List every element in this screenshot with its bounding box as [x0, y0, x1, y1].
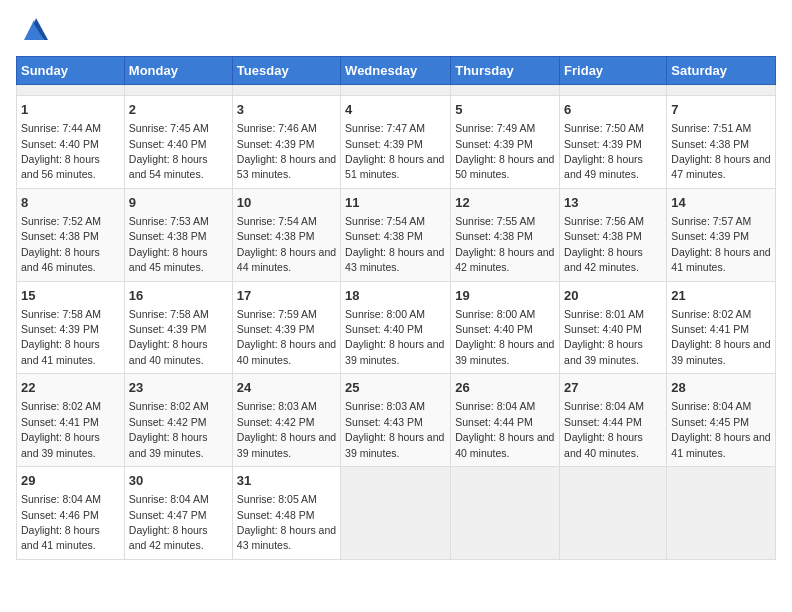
day-info: Sunrise: 8:04 AMSunset: 4:44 PMDaylight:… [455, 400, 554, 458]
calendar-day-cell: 13Sunrise: 7:56 AMSunset: 4:38 PMDayligh… [560, 188, 667, 281]
calendar-day-cell: 16Sunrise: 7:58 AMSunset: 4:39 PMDayligh… [124, 281, 232, 374]
calendar-day-cell: 5Sunrise: 7:49 AMSunset: 4:39 PMDaylight… [451, 96, 560, 189]
day-info: Sunrise: 7:57 AMSunset: 4:39 PMDaylight:… [671, 215, 770, 273]
day-info: Sunrise: 8:04 AMSunset: 4:44 PMDaylight:… [564, 400, 644, 458]
day-info: Sunrise: 7:54 AMSunset: 4:38 PMDaylight:… [345, 215, 444, 273]
calendar-day-cell: 31Sunrise: 8:05 AMSunset: 4:48 PMDayligh… [232, 467, 340, 560]
calendar-day-cell: 4Sunrise: 7:47 AMSunset: 4:39 PMDaylight… [341, 96, 451, 189]
calendar-day-cell: 27Sunrise: 8:04 AMSunset: 4:44 PMDayligh… [560, 374, 667, 467]
calendar-day-cell [232, 85, 340, 96]
day-number: 2 [129, 101, 228, 119]
day-info: Sunrise: 7:59 AMSunset: 4:39 PMDaylight:… [237, 308, 336, 366]
calendar-day-cell: 8Sunrise: 7:52 AMSunset: 4:38 PMDaylight… [17, 188, 125, 281]
day-info: Sunrise: 8:04 AMSunset: 4:47 PMDaylight:… [129, 493, 209, 551]
calendar-day-cell: 21Sunrise: 8:02 AMSunset: 4:41 PMDayligh… [667, 281, 776, 374]
day-number: 17 [237, 287, 336, 305]
day-number: 6 [564, 101, 662, 119]
calendar-day-cell: 20Sunrise: 8:01 AMSunset: 4:40 PMDayligh… [560, 281, 667, 374]
day-number: 21 [671, 287, 771, 305]
day-number: 7 [671, 101, 771, 119]
calendar-day-cell [451, 467, 560, 560]
calendar-day-cell: 18Sunrise: 8:00 AMSunset: 4:40 PMDayligh… [341, 281, 451, 374]
day-info: Sunrise: 8:04 AMSunset: 4:46 PMDaylight:… [21, 493, 101, 551]
day-info: Sunrise: 8:00 AMSunset: 4:40 PMDaylight:… [455, 308, 554, 366]
day-info: Sunrise: 8:05 AMSunset: 4:48 PMDaylight:… [237, 493, 336, 551]
calendar-day-cell: 9Sunrise: 7:53 AMSunset: 4:38 PMDaylight… [124, 188, 232, 281]
calendar-day-cell: 10Sunrise: 7:54 AMSunset: 4:38 PMDayligh… [232, 188, 340, 281]
logo [16, 16, 48, 44]
day-number: 13 [564, 194, 662, 212]
calendar-day-cell [667, 85, 776, 96]
page-header [16, 16, 776, 44]
calendar-day-cell: 26Sunrise: 8:04 AMSunset: 4:44 PMDayligh… [451, 374, 560, 467]
day-info: Sunrise: 8:03 AMSunset: 4:42 PMDaylight:… [237, 400, 336, 458]
day-number: 24 [237, 379, 336, 397]
day-number: 1 [21, 101, 120, 119]
calendar-day-cell [341, 467, 451, 560]
calendar-day-cell [17, 85, 125, 96]
calendar-day-cell: 6Sunrise: 7:50 AMSunset: 4:39 PMDaylight… [560, 96, 667, 189]
calendar-day-cell: 23Sunrise: 8:02 AMSunset: 4:42 PMDayligh… [124, 374, 232, 467]
day-info: Sunrise: 8:04 AMSunset: 4:45 PMDaylight:… [671, 400, 770, 458]
calendar-week-row: 1Sunrise: 7:44 AMSunset: 4:40 PMDaylight… [17, 96, 776, 189]
calendar-day-cell: 24Sunrise: 8:03 AMSunset: 4:42 PMDayligh… [232, 374, 340, 467]
calendar-day-cell: 22Sunrise: 8:02 AMSunset: 4:41 PMDayligh… [17, 374, 125, 467]
calendar-week-row: 22Sunrise: 8:02 AMSunset: 4:41 PMDayligh… [17, 374, 776, 467]
day-info: Sunrise: 7:44 AMSunset: 4:40 PMDaylight:… [21, 122, 101, 180]
day-number: 30 [129, 472, 228, 490]
column-header-saturday: Saturday [667, 57, 776, 85]
column-header-wednesday: Wednesday [341, 57, 451, 85]
calendar-day-cell: 2Sunrise: 7:45 AMSunset: 4:40 PMDaylight… [124, 96, 232, 189]
day-info: Sunrise: 7:50 AMSunset: 4:39 PMDaylight:… [564, 122, 644, 180]
column-header-sunday: Sunday [17, 57, 125, 85]
calendar-day-cell: 1Sunrise: 7:44 AMSunset: 4:40 PMDaylight… [17, 96, 125, 189]
calendar-day-cell: 28Sunrise: 8:04 AMSunset: 4:45 PMDayligh… [667, 374, 776, 467]
calendar-day-cell [451, 85, 560, 96]
column-header-tuesday: Tuesday [232, 57, 340, 85]
day-info: Sunrise: 8:01 AMSunset: 4:40 PMDaylight:… [564, 308, 644, 366]
calendar-day-cell: 25Sunrise: 8:03 AMSunset: 4:43 PMDayligh… [341, 374, 451, 467]
day-number: 12 [455, 194, 555, 212]
day-info: Sunrise: 7:49 AMSunset: 4:39 PMDaylight:… [455, 122, 554, 180]
column-header-thursday: Thursday [451, 57, 560, 85]
calendar-week-row: 15Sunrise: 7:58 AMSunset: 4:39 PMDayligh… [17, 281, 776, 374]
day-info: Sunrise: 7:51 AMSunset: 4:38 PMDaylight:… [671, 122, 770, 180]
calendar-day-cell: 19Sunrise: 8:00 AMSunset: 4:40 PMDayligh… [451, 281, 560, 374]
day-number: 16 [129, 287, 228, 305]
day-info: Sunrise: 7:47 AMSunset: 4:39 PMDaylight:… [345, 122, 444, 180]
day-info: Sunrise: 7:52 AMSunset: 4:38 PMDaylight:… [21, 215, 101, 273]
day-number: 19 [455, 287, 555, 305]
day-number: 22 [21, 379, 120, 397]
day-number: 29 [21, 472, 120, 490]
day-number: 25 [345, 379, 446, 397]
calendar-day-cell: 15Sunrise: 7:58 AMSunset: 4:39 PMDayligh… [17, 281, 125, 374]
day-number: 14 [671, 194, 771, 212]
day-number: 5 [455, 101, 555, 119]
calendar-day-cell [560, 85, 667, 96]
day-number: 31 [237, 472, 336, 490]
calendar-day-cell: 11Sunrise: 7:54 AMSunset: 4:38 PMDayligh… [341, 188, 451, 281]
day-number: 4 [345, 101, 446, 119]
calendar-day-cell [667, 467, 776, 560]
day-info: Sunrise: 7:58 AMSunset: 4:39 PMDaylight:… [129, 308, 209, 366]
calendar-day-cell: 3Sunrise: 7:46 AMSunset: 4:39 PMDaylight… [232, 96, 340, 189]
calendar-table: SundayMondayTuesdayWednesdayThursdayFrid… [16, 56, 776, 560]
calendar-day-cell [341, 85, 451, 96]
day-info: Sunrise: 7:56 AMSunset: 4:38 PMDaylight:… [564, 215, 644, 273]
calendar-week-row: 29Sunrise: 8:04 AMSunset: 4:46 PMDayligh… [17, 467, 776, 560]
day-number: 11 [345, 194, 446, 212]
calendar-header-row: SundayMondayTuesdayWednesdayThursdayFrid… [17, 57, 776, 85]
day-info: Sunrise: 8:02 AMSunset: 4:41 PMDaylight:… [671, 308, 770, 366]
day-info: Sunrise: 8:02 AMSunset: 4:42 PMDaylight:… [129, 400, 209, 458]
day-number: 9 [129, 194, 228, 212]
day-number: 15 [21, 287, 120, 305]
day-info: Sunrise: 8:03 AMSunset: 4:43 PMDaylight:… [345, 400, 444, 458]
day-number: 10 [237, 194, 336, 212]
day-number: 23 [129, 379, 228, 397]
day-number: 8 [21, 194, 120, 212]
day-number: 28 [671, 379, 771, 397]
column-header-friday: Friday [560, 57, 667, 85]
calendar-day-cell: 14Sunrise: 7:57 AMSunset: 4:39 PMDayligh… [667, 188, 776, 281]
calendar-day-cell: 12Sunrise: 7:55 AMSunset: 4:38 PMDayligh… [451, 188, 560, 281]
day-info: Sunrise: 7:58 AMSunset: 4:39 PMDaylight:… [21, 308, 101, 366]
